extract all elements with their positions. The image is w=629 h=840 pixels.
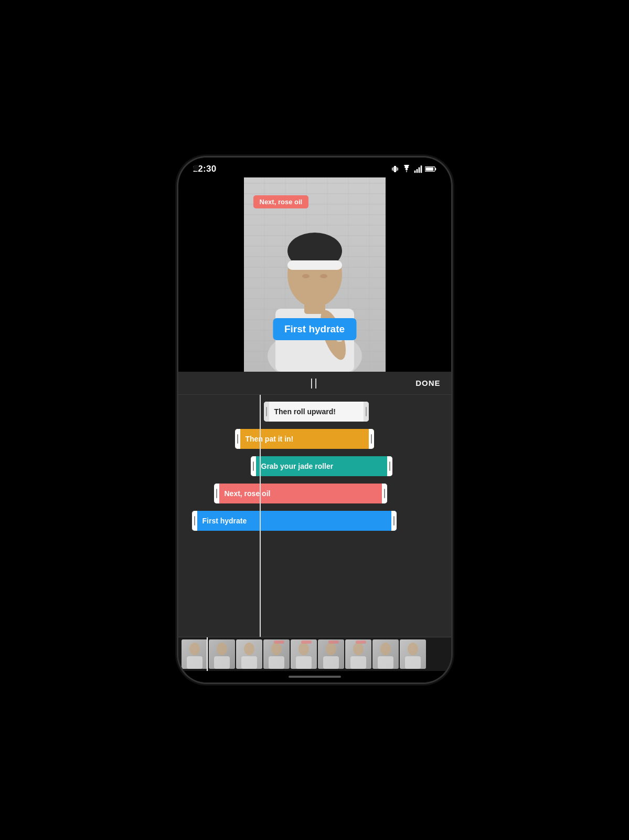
camera-dot	[193, 165, 199, 171]
track-handle-right[interactable]	[369, 429, 374, 449]
svg-rect-32	[296, 656, 312, 669]
track-chip-jade-roller[interactable]: Grab your jade roller	[251, 456, 392, 476]
svg-rect-29	[269, 656, 284, 669]
track-handle-right[interactable]	[364, 402, 369, 422]
svg-rect-3	[392, 167, 392, 170]
wifi-icon	[402, 165, 411, 173]
pause-button[interactable]: ||	[310, 377, 318, 389]
thumb-frame	[291, 639, 317, 669]
editor-area: || DONE Then roll upward!	[178, 372, 451, 671]
track-row: Grab your jade roller	[178, 453, 451, 480]
svg-point-42	[408, 643, 418, 655]
thumb-frame	[345, 639, 371, 669]
track-handle-left[interactable]	[264, 402, 269, 422]
status-icons	[391, 165, 436, 173]
editor-toolbar: || DONE	[178, 372, 451, 395]
svg-rect-33	[301, 640, 312, 644]
track-label-rose-oil: Next, rose oil	[219, 489, 382, 498]
track-label-roll-upward: Then roll upward!	[269, 407, 364, 416]
track-handle-line	[216, 489, 217, 498]
home-bar	[289, 676, 341, 678]
thumb-frame	[400, 639, 426, 669]
phone-screen: 12:30	[178, 158, 451, 682]
track-handle-line	[366, 407, 367, 416]
video-tag-rose: Next, rose oil	[253, 195, 309, 208]
svg-rect-1	[393, 167, 393, 171]
timeline-tracks: Then roll upward!	[178, 395, 451, 637]
track-chip-roll-upward[interactable]: Then roll upward!	[264, 402, 369, 422]
thumbnail-strip[interactable]	[178, 637, 451, 671]
track-row: Then roll upward!	[178, 398, 451, 425]
svg-point-28	[271, 643, 282, 655]
video-tag-hydrate: First hydrate	[273, 318, 356, 340]
svg-rect-0	[394, 166, 396, 172]
svg-point-31	[298, 643, 309, 655]
svg-rect-2	[396, 167, 397, 171]
track-handle-line	[194, 516, 195, 526]
svg-rect-8	[420, 165, 422, 173]
track-handle-line	[371, 434, 372, 444]
track-chip-pat-in[interactable]: Then pat it in!	[235, 429, 374, 449]
track-handle-left[interactable]	[251, 456, 256, 476]
thumb-frame	[182, 639, 208, 669]
svg-point-19	[320, 274, 327, 278]
svg-rect-43	[405, 656, 421, 669]
track-handle-left[interactable]	[235, 429, 240, 449]
track-row: Next, rose oil	[178, 480, 451, 507]
track-handle-left[interactable]	[214, 484, 219, 503]
svg-point-24	[217, 643, 227, 655]
track-row: First hydrate	[178, 507, 451, 534]
track-row: Then pat it in!	[178, 425, 451, 453]
thumb-frame	[236, 639, 262, 669]
svg-rect-41	[378, 656, 393, 669]
track-handle-right[interactable]	[382, 484, 387, 503]
track-offset: Next, rose oil	[214, 484, 387, 503]
svg-rect-4	[397, 167, 398, 170]
svg-rect-36	[328, 640, 339, 644]
thumb-playhead	[207, 637, 208, 671]
svg-rect-38	[350, 656, 366, 669]
track-handle-left[interactable]	[192, 511, 197, 531]
svg-point-37	[353, 643, 364, 655]
track-handle-line	[393, 516, 395, 526]
phone-device: 12:30	[178, 158, 451, 682]
svg-point-34	[326, 643, 336, 655]
svg-point-40	[380, 643, 391, 655]
svg-rect-39	[356, 640, 366, 644]
svg-rect-35	[323, 656, 339, 669]
vibrate-icon	[391, 165, 399, 173]
svg-rect-7	[418, 167, 420, 173]
svg-rect-11	[425, 167, 433, 171]
thumb-frame	[372, 639, 399, 669]
track-chip-first-hydrate[interactable]: First hydrate	[192, 511, 397, 531]
track-offset: Then pat it in!	[235, 429, 374, 449]
track-offset: First hydrate	[192, 511, 397, 531]
thumb-frame	[318, 639, 344, 669]
thumb-frame	[209, 639, 235, 669]
track-handle-line	[253, 461, 254, 471]
svg-point-22	[189, 643, 200, 655]
video-preview: Next, rose oil First hydrate	[244, 177, 386, 372]
track-handle-line	[389, 461, 390, 471]
svg-rect-27	[241, 656, 257, 669]
done-button[interactable]: DONE	[415, 379, 440, 387]
home-indicator	[178, 671, 451, 682]
status-bar: 12:30	[178, 158, 451, 177]
track-handle-right[interactable]	[387, 456, 392, 476]
track-handle-line	[237, 434, 238, 444]
svg-rect-5	[414, 171, 415, 173]
track-chip-rose-oil[interactable]: Next, rose oil	[214, 484, 387, 503]
svg-rect-23	[187, 656, 202, 669]
svg-rect-6	[416, 169, 418, 173]
svg-rect-30	[274, 640, 284, 644]
track-handle-line	[266, 407, 267, 416]
svg-point-18	[302, 274, 310, 278]
svg-point-26	[244, 643, 254, 655]
person-silhouette	[257, 193, 372, 372]
track-handle-right[interactable]	[391, 511, 397, 531]
thumb-frame	[263, 639, 290, 669]
track-label-first-hydrate: First hydrate	[197, 517, 391, 525]
svg-rect-10	[435, 168, 436, 170]
playhead	[260, 395, 261, 637]
svg-rect-25	[214, 656, 230, 669]
